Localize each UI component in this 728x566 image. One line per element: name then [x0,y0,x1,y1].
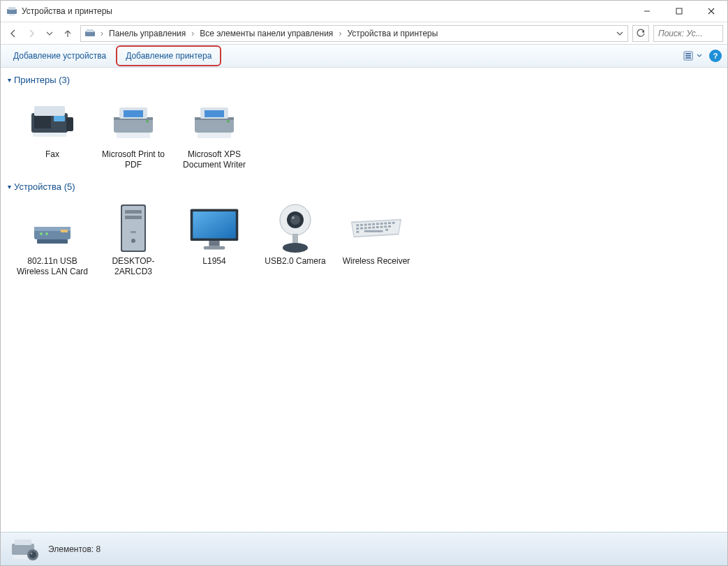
minimize-button[interactable] [631,1,663,22]
svg-rect-63 [388,222,391,224]
svg-rect-28 [205,110,224,117]
help-button[interactable]: ? [709,50,722,62]
svg-point-54 [283,243,308,253]
svg-rect-10 [685,53,691,54]
device-item-monitor[interactable]: L1954 [174,199,255,281]
add-printer-button[interactable]: Добавление принтера [116,45,221,66]
pc-tower-icon [105,203,161,253]
svg-rect-29 [198,133,231,138]
device-item-wireless-receiver[interactable]: Wireless Receiver [336,199,417,281]
fax-icon [24,96,80,147]
device-label: L1954 [202,256,225,267]
statusbar: Элементов: 8 [1,532,727,565]
svg-rect-67 [364,227,367,229]
printer-icon [105,96,161,147]
group-header-devices[interactable]: ▾ Устройства (5) [1,179,727,195]
device-item-desktop[interactable]: DESKTOP-2ARLCD3 [93,199,174,281]
svg-rect-59 [372,223,375,225]
svg-rect-53 [292,234,298,244]
device-label: DESKTOP-2ARLCD3 [94,256,172,277]
search-input[interactable] [653,25,723,42]
svg-rect-45 [193,211,236,238]
add-device-button[interactable]: Добавление устройства [6,48,113,64]
svg-rect-62 [384,223,387,225]
svg-point-81 [29,551,36,558]
titlebar: Устройства и принтеры [1,1,727,22]
network-card-icon [24,203,80,253]
printers-grid: Fax Microsoft Print to PDF Microsoft XPS… [1,88,727,179]
group-header-printers[interactable]: ▾ Принтеры (3) [1,72,727,88]
svg-rect-71 [380,226,383,228]
chevron-down-icon: ▾ [8,183,11,191]
breadcrumb-separator: › [188,29,197,38]
svg-rect-68 [369,227,371,229]
svg-rect-15 [54,116,65,121]
navbar: › Панель управления › Все элементы панел… [1,22,727,44]
app-icon [6,6,17,17]
svg-rect-22 [124,110,143,117]
svg-rect-11 [685,55,691,57]
maximize-button[interactable] [663,1,695,22]
svg-rect-70 [376,226,379,228]
location-icon [84,27,96,40]
device-label: Microsoft XPS Document Writer [175,149,253,170]
webcam-icon [267,203,323,253]
svg-rect-8 [87,29,94,32]
svg-rect-78 [15,539,31,545]
svg-rect-34 [61,230,68,232]
svg-rect-18 [33,133,66,137]
recent-locations-button[interactable] [41,25,58,42]
svg-rect-46 [209,241,219,246]
svg-point-35 [40,232,43,235]
svg-rect-16 [34,116,51,128]
device-label: 802.11n USB Wireless LAN Card [13,256,91,277]
address-bar[interactable]: › Панель управления › Все элементы панел… [80,25,628,42]
up-button[interactable] [59,25,76,42]
device-item-fax[interactable]: Fax [12,92,93,174]
monitor-icon [186,203,242,253]
device-label: Microsoft Print to PDF [94,149,172,170]
breadcrumb-item[interactable]: Устройства и принтеры [344,27,440,40]
breadcrumb-item[interactable]: Все элементы панели управления [197,27,336,40]
back-button[interactable] [5,25,22,42]
status-icon [9,537,40,562]
svg-point-82 [31,552,33,554]
svg-rect-65 [356,228,359,230]
view-options-button[interactable] [683,51,702,61]
address-dropdown-icon[interactable] [616,30,626,37]
device-label: Wireless Receiver [343,256,410,267]
status-text: Элементов: 8 [48,544,101,554]
svg-rect-69 [372,227,375,229]
breadcrumb-item[interactable]: Панель управления [106,27,188,40]
forward-button[interactable] [23,25,40,42]
breadcrumb-separator: › [98,29,106,38]
chevron-down-icon: ▾ [8,76,11,84]
svg-point-24 [146,120,149,123]
svg-point-51 [290,215,300,225]
svg-rect-61 [380,223,383,225]
svg-rect-55 [356,224,359,226]
device-item-print-to-pdf[interactable]: Microsoft Print to PDF [93,92,174,174]
close-button[interactable] [695,1,727,22]
svg-rect-58 [369,223,371,225]
svg-rect-23 [117,133,150,138]
breadcrumb-separator: › [336,29,344,38]
svg-rect-4 [676,8,682,14]
svg-rect-1 [8,7,15,10]
svg-rect-12 [685,57,691,59]
device-item-xps-writer[interactable]: Microsoft XPS Document Writer [174,92,255,174]
svg-rect-60 [376,223,379,225]
svg-rect-72 [384,225,387,228]
device-item-webcam[interactable]: USB2.0 Camera [255,199,336,281]
refresh-button[interactable] [632,25,649,42]
window-controls [631,1,727,22]
device-label: USB2.0 Camera [265,256,325,267]
svg-point-41 [131,239,135,243]
svg-point-52 [292,216,295,219]
device-label: Fax [45,149,59,160]
chevron-down-icon [697,53,702,59]
svg-rect-66 [360,228,363,230]
svg-rect-39 [125,210,142,214]
device-item-wifi-card[interactable]: 802.11n USB Wireless LAN Card [12,199,93,281]
svg-rect-42 [131,231,136,233]
